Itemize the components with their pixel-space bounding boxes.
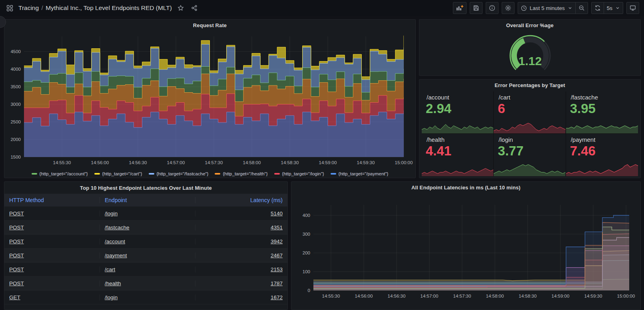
svg-text:14:59:00: 14:59:00 — [552, 294, 570, 298]
request-rate-legend: {http_target="/account"}{http_target="/c… — [4, 169, 415, 178]
panel-title-all-latencies[interactable]: All Endpoint Latencies in ms (Last 10 mi… — [291, 182, 640, 193]
stat-cell-cart[interactable]: /cart6 — [494, 91, 566, 134]
stat-sparkline — [422, 162, 493, 176]
request-rate-chart[interactable]: 150020002500300035004000450014:55:3014:5… — [6, 31, 414, 167]
legend-label: {http_target="/fastcache"} — [157, 171, 209, 176]
page-title: Mythical Inc., Top Level Endpoints RED (… — [46, 4, 172, 11]
legend-item[interactable]: {http_target="/health"} — [215, 171, 267, 176]
star-dashboard-button[interactable] — [176, 3, 185, 13]
svg-text:100: 100 — [303, 269, 310, 274]
cell-latency-link[interactable]: 1787 — [271, 280, 283, 286]
dashboard-insights-button[interactable] — [486, 2, 498, 14]
cell-endpoint-link[interactable]: /login — [105, 294, 118, 300]
cell-http-method-link[interactable]: POST — [9, 238, 24, 244]
chevron-down-icon — [568, 6, 572, 10]
table-row: POST/health1787 — [4, 276, 287, 290]
panel-title-overall-error[interactable]: Overall Error %age — [419, 20, 640, 31]
svg-text:14:58:30: 14:58:30 — [281, 160, 299, 165]
stat-cell-payment[interactable]: /payment7.46 — [566, 134, 638, 176]
table-row: GET/login1672 — [4, 290, 287, 304]
time-range-picker[interactable]: Last 5 minutes — [518, 2, 576, 14]
svg-text:14:59:00: 14:59:00 — [319, 160, 337, 165]
table-row: POST/account3942 — [4, 234, 287, 248]
svg-text:14:57:00: 14:57:00 — [421, 294, 439, 298]
cell-latency-link[interactable]: 3942 — [271, 238, 283, 244]
stat-name: /health — [427, 136, 445, 143]
refresh-dashboard-button[interactable] — [591, 2, 604, 14]
svg-text:4500: 4500 — [10, 49, 21, 54]
svg-text:2500: 2500 — [10, 119, 21, 124]
table-row: POST/cart2153 — [4, 262, 287, 276]
stat-cell-fastcache[interactable]: /fastcache3.95 — [566, 91, 638, 134]
cell-endpoint-link[interactable]: /health — [105, 280, 121, 286]
add-panel-button[interactable] — [453, 2, 467, 14]
zoom-out-icon — [578, 5, 585, 11]
svg-text:15:00:00: 15:00:00 — [617, 294, 635, 298]
stat-sparkline — [494, 119, 565, 133]
cell-latency-link[interactable]: 2153 — [271, 266, 283, 272]
cell-endpoint-link[interactable]: /payment — [105, 252, 127, 258]
breadcrumb-folder[interactable]: Tracing — [18, 4, 39, 11]
error-gauge: 1.12 — [496, 31, 564, 76]
cell-http-method-link[interactable]: POST — [9, 252, 24, 258]
legend-swatch — [149, 173, 154, 175]
cell-http-method-link[interactable]: POST — [9, 266, 24, 272]
cell-http-method-link[interactable]: POST — [9, 280, 24, 286]
cell-latency-link[interactable]: 1672 — [271, 294, 283, 300]
svg-text:14:56:30: 14:56:30 — [388, 294, 406, 298]
cell-http-method-link[interactable]: POST — [9, 225, 24, 231]
panel-title-latency-table[interactable]: Top 10 Highest Endpoint Latencies Over L… — [4, 182, 287, 194]
cell-latency-link[interactable]: 4351 — [271, 225, 283, 231]
legend-label: {http_target="/health"} — [223, 171, 267, 176]
legend-item[interactable]: {http_target="/cart"} — [94, 171, 142, 176]
svg-text:14:55:30: 14:55:30 — [322, 294, 340, 298]
svg-text:14:56:00: 14:56:00 — [91, 160, 109, 165]
legend-swatch — [331, 173, 336, 175]
svg-text:14:55:30: 14:55:30 — [53, 160, 71, 165]
panel-title-error-percentages[interactable]: Error Percentages by Target — [419, 79, 640, 91]
cell-endpoint-link[interactable]: /cart — [105, 266, 115, 272]
column-header-http-method[interactable]: HTTP Method — [4, 197, 100, 203]
share-dashboard-button[interactable] — [189, 3, 199, 13]
stat-cell-account[interactable]: /account2.94 — [422, 91, 494, 134]
stat-sparkline — [494, 162, 565, 176]
column-header-endpoint[interactable]: Endpoint — [100, 197, 195, 203]
table-body: POST/login5140POST/fastcache4351POST/acc… — [4, 207, 287, 304]
cell-endpoint-link[interactable]: /fastcache — [105, 225, 130, 231]
cell-http-method-link[interactable]: POST — [9, 211, 24, 217]
table-header-row: HTTP Method Endpoint Latency (ms) — [4, 194, 287, 207]
breadcrumb: Tracing / Mythical Inc., Top Level Endpo… — [18, 4, 172, 12]
stat-cell-login[interactable]: /login3.77 — [494, 134, 566, 176]
legend-label: {http_target="/account"} — [40, 171, 88, 176]
zoom-out-time-button[interactable] — [575, 2, 588, 14]
dashboards-grid-icon[interactable] — [5, 3, 14, 13]
refresh-interval-label: 5s — [607, 5, 612, 11]
kiosk-mode-button[interactable] — [626, 2, 639, 14]
legend-item[interactable]: {http_target="/payment"} — [331, 171, 389, 176]
column-header-latency[interactable]: Latency (ms) — [195, 197, 287, 203]
refresh-interval-dropdown[interactable]: 5s — [604, 2, 623, 14]
breadcrumb-separator: / — [41, 4, 44, 11]
stat-name: /login — [498, 136, 513, 143]
svg-text:400: 400 — [303, 213, 310, 218]
legend-item[interactable]: {http_target="/login"} — [274, 171, 324, 176]
cell-latency-link[interactable]: 5140 — [271, 211, 283, 217]
stat-cell-health[interactable]: /health4.41 — [422, 134, 494, 176]
stat-name: /payment — [571, 136, 596, 143]
cell-http-method-link[interactable]: GET — [9, 294, 20, 300]
svg-text:300: 300 — [303, 232, 310, 236]
cell-latency-link[interactable]: 2467 — [271, 252, 283, 258]
panel-title-request-rate[interactable]: Request Rate — [4, 20, 415, 31]
svg-text:1500: 1500 — [10, 155, 21, 159]
dashboard-settings-button[interactable] — [502, 2, 514, 14]
stat-sparkline — [566, 119, 638, 133]
legend-label: {http_target="/login"} — [282, 171, 324, 176]
svg-text:14:57:30: 14:57:30 — [205, 160, 223, 165]
save-dashboard-button[interactable] — [470, 2, 483, 14]
cell-endpoint-link[interactable]: /login — [105, 211, 118, 217]
svg-text:1.12: 1.12 — [518, 54, 541, 68]
cell-endpoint-link[interactable]: /account — [105, 238, 125, 244]
legend-item[interactable]: {http_target="/fastcache"} — [149, 171, 209, 176]
all-latencies-chart[interactable]: 010020030040014:55:3014:56:0014:56:3014:… — [293, 193, 639, 308]
legend-item[interactable]: {http_target="/account"} — [32, 171, 88, 176]
